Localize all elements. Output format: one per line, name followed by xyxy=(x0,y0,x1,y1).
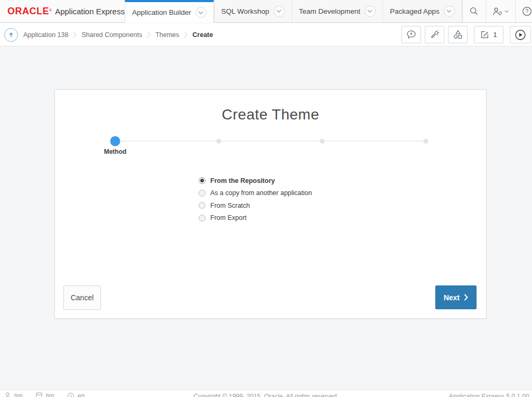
clock-icon xyxy=(67,392,74,397)
help-menu-button[interactable]: ? xyxy=(515,0,532,22)
breadcrumb: Application 138 Shared Components Themes… xyxy=(23,31,213,39)
chevron-right-icon xyxy=(184,31,188,38)
chevron-down-icon xyxy=(505,10,509,13)
product-name: Application Express xyxy=(55,7,125,16)
footer-session-info: tim tim en xyxy=(4,392,85,397)
crumb-application[interactable]: Application 138 xyxy=(23,31,68,39)
oracle-logo: ORACLE xyxy=(7,6,49,17)
flashlight-icon xyxy=(430,30,440,40)
shapes-icon xyxy=(453,30,463,40)
create-theme-card: Create Theme Method From the Repository … xyxy=(54,89,487,319)
chevron-right-icon xyxy=(464,294,468,301)
chevron-down-icon[interactable] xyxy=(274,6,285,17)
step-label-method: Method xyxy=(104,148,127,155)
tab-sql-workshop[interactable]: SQL Workshop xyxy=(214,0,292,22)
step-dot xyxy=(424,139,428,144)
search-button[interactable] xyxy=(462,0,486,22)
method-radio-group: From the Repository As a copy from anoth… xyxy=(199,174,312,224)
play-icon xyxy=(515,29,526,41)
run-application-button[interactable] xyxy=(510,26,531,43)
svg-text:?: ? xyxy=(525,8,528,14)
admin-wrench-icon xyxy=(492,6,502,16)
edit-icon xyxy=(480,30,489,39)
footer-user: tim xyxy=(4,392,23,397)
tab-label: Packaged Apps xyxy=(390,7,440,15)
footer-language: en xyxy=(67,392,85,397)
comment-plus-icon xyxy=(406,30,416,39)
footer-language-code: en xyxy=(78,392,85,397)
chevron-down-icon[interactable] xyxy=(444,6,455,17)
feedback-button[interactable] xyxy=(402,26,421,43)
breadcrumb-bar: Application 138 Shared Components Themes… xyxy=(0,23,532,47)
theme-roller-button[interactable] xyxy=(425,26,444,43)
shared-components-button[interactable] xyxy=(448,26,468,43)
radio-button-checked[interactable] xyxy=(199,177,206,184)
edit-page-button[interactable]: 1 xyxy=(474,26,503,43)
chevron-right-icon xyxy=(73,31,77,38)
arrow-up-icon xyxy=(8,32,14,38)
logo[interactable]: ORACLE® Application Express xyxy=(0,0,125,22)
radio-label[interactable]: From Scratch xyxy=(210,202,250,209)
chevron-down-icon[interactable] xyxy=(195,7,207,18)
step-dot xyxy=(320,139,324,144)
footer-user-name: tim xyxy=(14,392,23,397)
crumb-themes[interactable]: Themes xyxy=(155,31,179,39)
content-area: Create Theme Method From the Repository … xyxy=(0,47,532,397)
database-icon xyxy=(35,392,43,397)
up-level-button[interactable] xyxy=(4,28,18,42)
tab-label: Team Development xyxy=(299,7,360,15)
crumb-shared-components[interactable]: Shared Components xyxy=(81,31,142,39)
chevron-down-icon[interactable] xyxy=(365,6,376,17)
footer: tim tim en Copyright © 1999, 2015, Oracl… xyxy=(0,390,532,397)
edit-page-number: 1 xyxy=(493,31,497,39)
administration-menu-button[interactable] xyxy=(486,0,515,22)
footer-copyright: Copyright © 1999, 2015, Oracle. All righ… xyxy=(193,393,338,397)
search-icon xyxy=(469,6,479,16)
main-tabs: Application Builder SQL Workshop Team De… xyxy=(125,0,462,22)
help-icon: ? xyxy=(522,6,532,16)
cancel-button[interactable]: Cancel xyxy=(63,285,101,310)
radio-button[interactable] xyxy=(199,215,206,221)
footer-workspace: tim xyxy=(35,392,54,397)
tab-application-builder[interactable]: Application Builder xyxy=(125,0,214,23)
radio-button[interactable] xyxy=(199,190,206,197)
trademark-symbol: ® xyxy=(49,8,52,12)
radio-label[interactable]: From the Repository xyxy=(210,177,275,184)
footer-version: Application Express 5.0.1.00. xyxy=(449,393,531,397)
radio-option-from-repository[interactable]: From the Repository xyxy=(199,174,312,187)
top-nav-bar: ORACLE® Application Express Application … xyxy=(0,0,532,23)
next-button[interactable]: Next xyxy=(435,285,477,309)
page-action-buttons: 1 xyxy=(402,26,531,43)
step-dot-method-active xyxy=(110,136,120,146)
top-icon-buttons: ? xyxy=(462,0,532,22)
wizard-title: Create Theme xyxy=(55,106,486,123)
tab-label: Application Builder xyxy=(132,8,191,16)
radio-button[interactable] xyxy=(199,202,206,209)
crumb-create: Create xyxy=(192,31,213,39)
apex-screen: ORACLE® Application Express Application … xyxy=(0,0,532,397)
chevron-right-icon xyxy=(147,31,151,38)
person-icon xyxy=(4,392,11,397)
radio-option-from-scratch[interactable]: From Scratch xyxy=(199,199,312,212)
footer-workspace-name: tim xyxy=(46,392,54,397)
next-button-label: Next xyxy=(444,293,460,302)
tab-team-development[interactable]: Team Development xyxy=(292,0,382,22)
tab-label: SQL Workshop xyxy=(221,7,269,15)
radio-label[interactable]: From Export xyxy=(210,214,247,221)
step-dot xyxy=(216,139,221,144)
wizard-progress-train: Method xyxy=(115,141,426,142)
radio-option-copy-from-application[interactable]: As a copy from another application xyxy=(199,187,312,200)
radio-label[interactable]: As a copy from another application xyxy=(210,189,312,197)
radio-option-from-export[interactable]: From Export xyxy=(199,212,312,225)
tab-packaged-apps[interactable]: Packaged Apps xyxy=(382,0,462,22)
